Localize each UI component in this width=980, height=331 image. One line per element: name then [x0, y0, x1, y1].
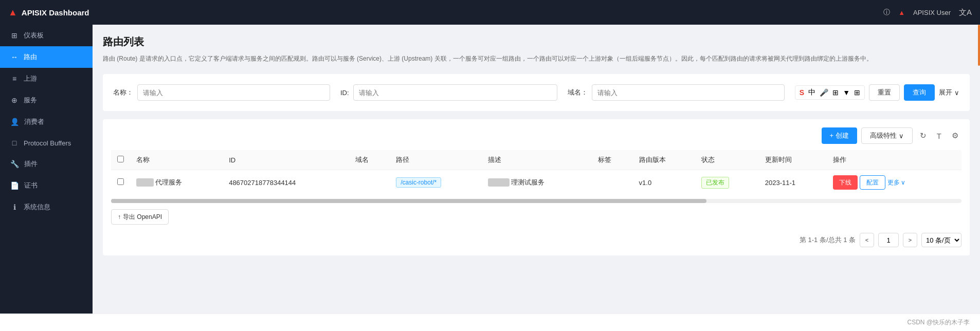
sidebar-item-upstream[interactable]: ≡ 上游	[0, 68, 93, 89]
col-header-actions: 操作	[827, 150, 961, 170]
row-desc-suffix: 理测试服务	[511, 178, 545, 186]
chevron-down-icon: ∨	[954, 89, 959, 97]
pagination-info: 第 1-1 条/总共 1 条	[800, 235, 856, 245]
consumers-icon: 👤	[10, 118, 19, 126]
more-button[interactable]: 更多 ∨	[887, 178, 905, 187]
path-badge: /casic-robot/*	[396, 177, 441, 188]
edit-columns-button[interactable]: T	[934, 130, 945, 142]
id-field: ID:	[340, 84, 557, 101]
row-updated: 2023-11-1	[759, 170, 827, 195]
advanced-label: 高级特性	[870, 131, 897, 140]
select-all-checkbox[interactable]	[117, 156, 124, 162]
grid-icon[interactable]: ⊞	[853, 87, 861, 98]
page-title: 路由列表	[103, 35, 970, 49]
refresh-button[interactable]: ↻	[917, 129, 930, 142]
filter-icon[interactable]: ▼	[842, 87, 851, 98]
sidebar-item-label: 插件	[24, 159, 38, 169]
search-panel: 名称： ID: 域名： S 中 🎤 ⊞	[103, 74, 970, 111]
export-label: 导出 OpenAPI	[123, 213, 162, 222]
query-button[interactable]: 查询	[904, 84, 935, 101]
prev-page-button[interactable]: <	[860, 233, 874, 247]
name-input[interactable]	[137, 84, 330, 101]
sidebar-item-label: 消费者	[24, 117, 44, 126]
sidebar-item-label: 系统信息	[24, 203, 50, 212]
certificates-icon: 📄	[10, 181, 19, 190]
main-content: 路由列表 路由 (Route) 是请求的入口点，它定义了客户端请求与服务之间的匹…	[93, 25, 980, 314]
services-icon: ⊕	[10, 96, 19, 104]
row-actions: 下线 配置 更多 ∨	[827, 170, 961, 195]
top-navigation: ▲ APISIX Dashboard ⓘ ▲ APISIX User 文A	[0, 0, 980, 25]
more-chevron-icon: ∨	[901, 179, 905, 186]
routes-table: 名称 ID 域名 路径 描述 标签 路由版本 状态 更新时间 操作	[111, 150, 961, 195]
expand-button[interactable]: 展开 ∨	[939, 88, 959, 97]
page-size-select[interactable]: 10 条/页 20 条/页 50 条/页	[921, 233, 961, 247]
sidebar-item-routes[interactable]: ↔ 路由	[0, 46, 93, 68]
domain-input[interactable]	[592, 84, 785, 101]
scrollbar-thumb	[111, 199, 706, 203]
sidebar-item-consumers[interactable]: 👤 消费者	[0, 111, 93, 133]
brand-icon: ▲	[898, 9, 905, 16]
status-badge: 已发布	[701, 177, 729, 189]
create-button[interactable]: + 创建	[822, 127, 857, 144]
nav-brand: ▲ APISIX Dashboard	[8, 7, 89, 18]
row-id: 486702718778344144	[223, 170, 349, 195]
page-number-input[interactable]	[878, 233, 899, 247]
sidebar-item-dashboard[interactable]: ⊞ 仪表板	[0, 25, 93, 46]
col-header-checkbox	[111, 150, 130, 170]
reset-button[interactable]: 重置	[869, 84, 900, 101]
export-icon: ↑	[118, 213, 121, 220]
export-openapi-button[interactable]: ↑ 导出 OpenAPI	[111, 209, 169, 225]
table-area: + 创建 高级特性 ∨ ↻ T ⚙	[103, 119, 970, 255]
id-label: ID:	[340, 89, 349, 97]
next-page-button[interactable]: >	[903, 233, 917, 247]
offline-button[interactable]: 下线	[833, 175, 858, 190]
sidebar-item-protocol-buffers[interactable]: □ Protocol Buffers	[0, 133, 93, 153]
sougou-logo-icon[interactable]: S	[798, 87, 805, 98]
row-version: v1.0	[633, 170, 695, 195]
name-field: 名称：	[113, 84, 330, 101]
expand-label: 展开	[939, 88, 952, 97]
sidebar-item-label: 服务	[24, 96, 37, 105]
translate-icon[interactable]: 文A	[959, 8, 972, 17]
export-row: ↑ 导出 OpenAPI	[111, 209, 961, 225]
table-scroll-container[interactable]: 名称 ID 域名 路径 描述 标签 路由版本 状态 更新时间 操作	[111, 150, 961, 195]
sidebar: ⊞ 仪表板 ↔ 路由 ≡ 上游 ⊕ 服务 👤 消费者 □ Protocol Bu…	[0, 25, 93, 314]
upstream-icon: ≡	[10, 75, 19, 83]
sidebar-item-label: Protocol Buffers	[24, 139, 71, 147]
help-icon[interactable]: ⓘ	[883, 8, 890, 17]
search-actions: S 中 🎤 ⊞ ▼ ⊞ 重置 查询 展开 ∨	[795, 84, 959, 101]
protocol-icon: □	[10, 139, 19, 147]
chinese-input-icon[interactable]: 中	[807, 87, 816, 98]
app-title: APISIX Dashboard	[22, 8, 89, 17]
plugins-icon: 🔧	[10, 160, 19, 168]
domain-label: 域名：	[568, 88, 588, 97]
row-path: /casic-robot/*	[390, 170, 481, 195]
settings-button[interactable]: ⚙	[949, 129, 961, 142]
user-name[interactable]: APISIX User	[913, 9, 951, 16]
advanced-button[interactable]: 高级特性 ∨	[861, 127, 913, 144]
row-name-suffix: 代理服务	[155, 178, 182, 186]
config-button[interactable]: 配置	[860, 175, 885, 190]
col-header-tags: 标签	[592, 150, 633, 170]
chevron-down-icon-2: ∨	[899, 132, 904, 140]
col-header-domain: 域名	[349, 150, 390, 170]
col-header-path: 路径	[390, 150, 481, 170]
sidebar-item-label: 仪表板	[24, 31, 44, 40]
row-tags	[592, 170, 633, 195]
row-name: ███ 代理服务	[130, 170, 223, 195]
col-header-version: 路由版本	[633, 150, 695, 170]
dashboard-icon: ⊞	[10, 31, 19, 40]
voice-icon[interactable]: 🎤	[819, 87, 829, 98]
sidebar-item-services[interactable]: ⊕ 服务	[0, 89, 93, 111]
bottom-bar: CSDN @快乐的木子李	[0, 314, 980, 331]
blurred-name: ███	[136, 178, 154, 187]
row-checkbox[interactable]	[117, 178, 124, 185]
id-input[interactable]	[353, 84, 557, 101]
sidebar-item-label: 路由	[24, 52, 37, 62]
sidebar-item-system-info[interactable]: ℹ 系统信息	[0, 196, 93, 218]
horizontal-scrollbar[interactable]	[111, 199, 961, 203]
attribution-text: CSDN @快乐的木子李	[907, 319, 970, 326]
table-icon[interactable]: ⊞	[831, 87, 840, 98]
sidebar-item-certificates[interactable]: 📄 证书	[0, 175, 93, 196]
sidebar-item-plugins[interactable]: 🔧 插件	[0, 153, 93, 175]
